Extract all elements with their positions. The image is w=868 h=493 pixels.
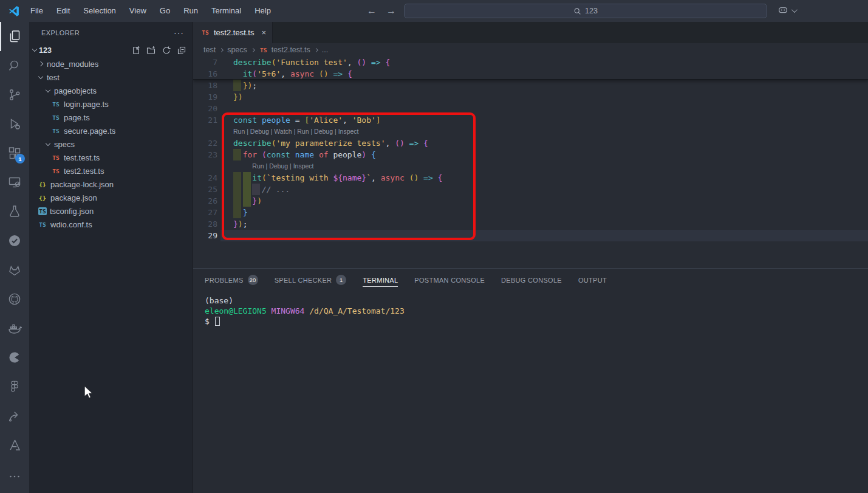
- run-and-debug-icon: [7, 117, 22, 131]
- vscode-logo-icon: [8, 5, 20, 17]
- explorer-sidebar: EXPLORER ··· 123 node_modulestestpageobj…: [29, 22, 193, 493]
- menu-view[interactable]: View: [123, 0, 153, 22]
- menu-go[interactable]: Go: [153, 0, 177, 22]
- tree-item-label: wdio.conf.ts: [50, 220, 92, 229]
- menu-help[interactable]: Help: [248, 0, 278, 22]
- menu-file[interactable]: File: [24, 0, 50, 22]
- extensions-badge: 1: [15, 154, 25, 164]
- json-file-icon: {}: [38, 195, 47, 201]
- activity-item-code-circle[interactable]: [0, 343, 29, 372]
- line-number: 24: [193, 172, 217, 184]
- panel-tab-postman-console[interactable]: POSTMAN CONSOLE: [414, 277, 485, 284]
- more-icon: [7, 469, 22, 484]
- copilot-menu[interactable]: [777, 5, 796, 15]
- activity-item-source-control[interactable]: [0, 80, 29, 109]
- panel-tab-spell-checker[interactable]: SPELL CHECKER1: [275, 275, 347, 285]
- line-number: 7: [193, 57, 217, 68]
- code-editor[interactable]: 18 });19})2021const people = ['Alice', '…: [193, 57, 868, 268]
- activity-item-figma[interactable]: [0, 372, 29, 401]
- typescript-file-icon: TS: [51, 128, 61, 134]
- panel-tab-bar: PROBLEMS20SPELL CHECKER1TERMINALPOSTMAN …: [193, 269, 868, 291]
- activity-item-run-and-debug[interactable]: [0, 109, 29, 139]
- command-center-search[interactable]: 123: [404, 4, 767, 18]
- tab-label: test2.test.ts: [214, 28, 254, 37]
- activity-item-testing[interactable]: [0, 197, 29, 226]
- tree-item-label: test2.test.ts: [64, 167, 104, 176]
- line-number: 27: [193, 207, 217, 218]
- breadcrumb-separator-icon: [219, 47, 224, 52]
- line-number: 20: [193, 103, 217, 114]
- activity-item-search[interactable]: [0, 51, 29, 80]
- activity-item-github[interactable]: [0, 284, 29, 314]
- terminal-cursor: [215, 317, 220, 326]
- panel-tab-debug-console[interactable]: DEBUG CONSOLE: [501, 277, 562, 284]
- menu-run[interactable]: Run: [177, 0, 205, 22]
- terminal[interactable]: (base)eleon@LEGION5 MINGW64 /d/QA_A/Test…: [193, 291, 868, 326]
- vscode-window: { "titlebar": { "menus": ["File", "Edit"…: [0, 0, 868, 493]
- breadcrumb-item[interactable]: specs: [227, 46, 247, 54]
- line-number: 22: [193, 137, 217, 149]
- breadcrumb-item[interactable]: test2.test.ts: [272, 46, 310, 54]
- coverage-icon: [7, 233, 22, 248]
- tree-item-test.test.ts[interactable]: TStest.test.ts: [29, 151, 193, 164]
- new-file-icon[interactable]: [131, 46, 141, 55]
- menu-selection[interactable]: Selection: [77, 0, 122, 22]
- tree-item-wdio.conf.ts[interactable]: TSwdio.conf.ts: [29, 218, 193, 231]
- close-icon[interactable]: ×: [261, 28, 266, 37]
- tree-item-test2.test.ts[interactable]: TStest2.test.ts: [29, 164, 193, 178]
- line-number: 21: [193, 114, 217, 126]
- tree-item-package.json[interactable]: {}package.json: [29, 191, 193, 204]
- tree-item-label: pageobjects: [54, 86, 97, 95]
- figma-icon: [7, 379, 22, 394]
- terminal-line: $: [205, 316, 868, 326]
- refresh-icon[interactable]: [162, 46, 171, 55]
- new-folder-icon[interactable]: [146, 46, 156, 55]
- tree-item-page.ts[interactable]: TSpage.ts: [29, 111, 193, 124]
- typescript-file-icon: TS: [51, 101, 61, 108]
- search-value: 123: [585, 7, 598, 15]
- tree-item-label: package-lock.json: [50, 180, 114, 189]
- menu-terminal[interactable]: Terminal: [205, 0, 248, 22]
- nav-back-icon[interactable]: ←: [367, 5, 377, 16]
- code-circle-icon: [7, 350, 22, 365]
- tree-item-package-lock.json[interactable]: {}package-lock.json: [29, 178, 193, 191]
- tree-item-label: test.test.ts: [64, 153, 100, 162]
- tree-item-label: page.ts: [64, 113, 90, 122]
- gitlab-icon: [7, 263, 22, 277]
- activity-item-extensions[interactable]: 1: [0, 139, 29, 168]
- tree-item-tsconfig.json[interactable]: TStsconfig.json: [29, 204, 193, 218]
- nav-forward-icon[interactable]: →: [386, 5, 396, 16]
- tree-item-pageobjects[interactable]: pageobjects: [29, 84, 193, 97]
- menu-edit[interactable]: Edit: [50, 0, 77, 22]
- collapse-folders-icon[interactable]: [177, 46, 186, 55]
- activity-item-docker[interactable]: [0, 314, 29, 343]
- tree-item-login.page.ts[interactable]: TSlogin.page.ts: [29, 97, 193, 111]
- activity-item-coverage[interactable]: [0, 226, 29, 255]
- panel-tab-output[interactable]: OUTPUT: [578, 277, 607, 284]
- file-tree: node_modulestestpageobjectsTSlogin.page.…: [29, 57, 193, 231]
- panel-tab-terminal[interactable]: TERMINAL: [363, 277, 398, 284]
- panel-tab-problems[interactable]: PROBLEMS20: [205, 275, 258, 285]
- code-line-18: 18 });: [193, 80, 868, 91]
- tree-item-test[interactable]: test: [29, 71, 193, 84]
- activity-item-explorer[interactable]: [0, 22, 29, 51]
- tree-item-label: tsconfig.json: [50, 207, 94, 216]
- workspace-section-header[interactable]: 123: [29, 43, 193, 57]
- tab-test2.test.ts[interactable]: TS test2.test.ts ×: [193, 22, 273, 43]
- activity-item-more[interactable]: [0, 462, 29, 491]
- activity-item-azure[interactable]: [0, 430, 29, 460]
- activity-item-remote-explorer[interactable]: [0, 168, 29, 197]
- tree-item-specs[interactable]: specs: [29, 137, 193, 151]
- line-number: 23: [193, 149, 217, 160]
- docker-icon: [7, 321, 22, 336]
- activity-item-share[interactable]: [0, 401, 29, 430]
- breadcrumb-item[interactable]: ...: [322, 46, 328, 54]
- tree-item-secure.page.ts[interactable]: TSsecure.page.ts: [29, 124, 193, 137]
- tree-item-node_modules[interactable]: node_modules: [29, 57, 193, 71]
- explorer-more-icon[interactable]: ···: [174, 28, 184, 38]
- typescript-file-icon: TS: [200, 29, 210, 36]
- typescript-file-icon: TS: [51, 114, 61, 121]
- chevron-right-icon: [38, 61, 43, 66]
- activity-item-gitlab[interactable]: [0, 255, 29, 284]
- breadcrumb-item[interactable]: test: [203, 46, 216, 54]
